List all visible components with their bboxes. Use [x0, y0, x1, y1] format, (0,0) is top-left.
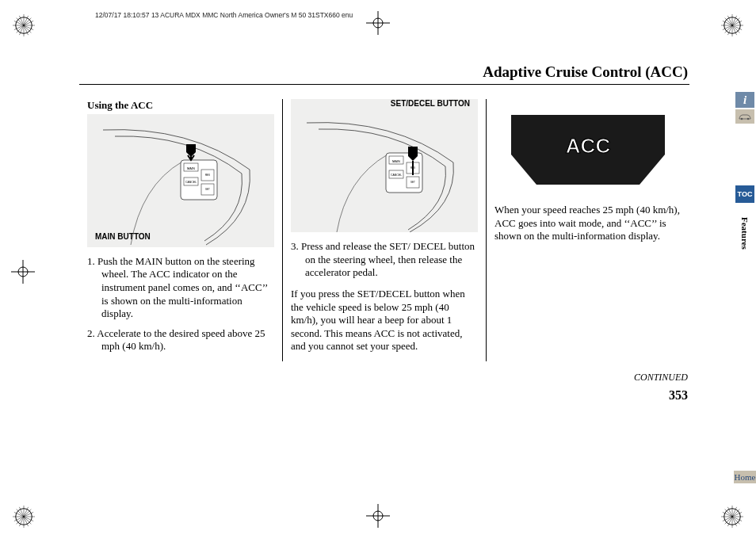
column-2: SET/DECEL BUTTON MAIN CANCEL RES SET [282, 99, 486, 361]
print-header-meta: 12/07/17 18:10:57 13 ACURA MDX MMC North… [95, 11, 353, 19]
column-1: Using the ACC MAIN CANCEL RES SET [79, 99, 282, 361]
acc-badge-text: ACC [566, 134, 611, 158]
figure-set-decel-button: SET/DECEL BUTTON MAIN CANCEL RES SET [291, 99, 478, 232]
crosshair-icon [11, 260, 35, 287]
tab-toc[interactable]: TOC [735, 185, 754, 203]
page-content: Adaptive Cruise Control (ACC) Using the … [79, 63, 689, 361]
svg-text:CANCEL: CANCEL [391, 174, 402, 177]
svg-text:MAIN: MAIN [392, 159, 400, 163]
svg-marker-53 [186, 144, 196, 157]
figure-main-button: MAIN CANCEL RES SET MAIN BUTTON [87, 114, 274, 247]
crosshair-icon [366, 504, 390, 531]
registration-mark-icon [13, 14, 35, 36]
side-tabs: i TOC Features [735, 92, 756, 263]
tab-features[interactable]: Features [735, 204, 754, 261]
column-3: ACC When your speed reaches 25 mph (40 k… [486, 99, 689, 361]
section-subhead: Using the ACC [87, 99, 274, 113]
figure-label: MAIN BUTTON [95, 232, 151, 242]
registration-mark-icon [721, 14, 743, 36]
svg-text:SET: SET [410, 181, 415, 184]
svg-text:RES: RES [205, 174, 210, 177]
figure-acc-display: ACC [505, 107, 671, 193]
step-1: Push the MAIN button on the steering whe… [87, 255, 274, 321]
continued-label: CONTINUED [634, 372, 688, 384]
btn-main-label: MAIN [187, 166, 195, 170]
registration-mark-icon [13, 506, 35, 528]
step-3: Press and release the SET/ DECEL button … [291, 240, 478, 280]
registration-mark-icon [721, 506, 743, 528]
svg-point-65 [741, 118, 743, 120]
tab-car-icon[interactable] [735, 109, 754, 124]
col2-para1: If you press the SET/DECEL button when t… [291, 288, 478, 353]
svg-text:CANCEL: CANCEL [185, 181, 197, 184]
tab-info[interactable]: i [735, 92, 754, 108]
col3-para1: When your speed reaches 25 mph (40 km/h)… [494, 204, 682, 243]
svg-point-66 [747, 118, 749, 120]
tab-home[interactable]: Home [734, 471, 756, 483]
page-title: Adaptive Cruise Control (ACC) [79, 63, 689, 85]
steps-list-1: Push the MAIN button on the steering whe… [87, 255, 274, 353]
svg-text:SET: SET [205, 188, 210, 191]
content-columns: Using the ACC MAIN CANCEL RES SET [79, 99, 689, 361]
step-2: Accelerate to the desired speed above 25… [87, 327, 274, 353]
crosshair-icon [366, 11, 390, 38]
page-number: 353 [669, 388, 688, 403]
steps-list-2: Press and release the SET/ DECEL button … [291, 240, 478, 280]
